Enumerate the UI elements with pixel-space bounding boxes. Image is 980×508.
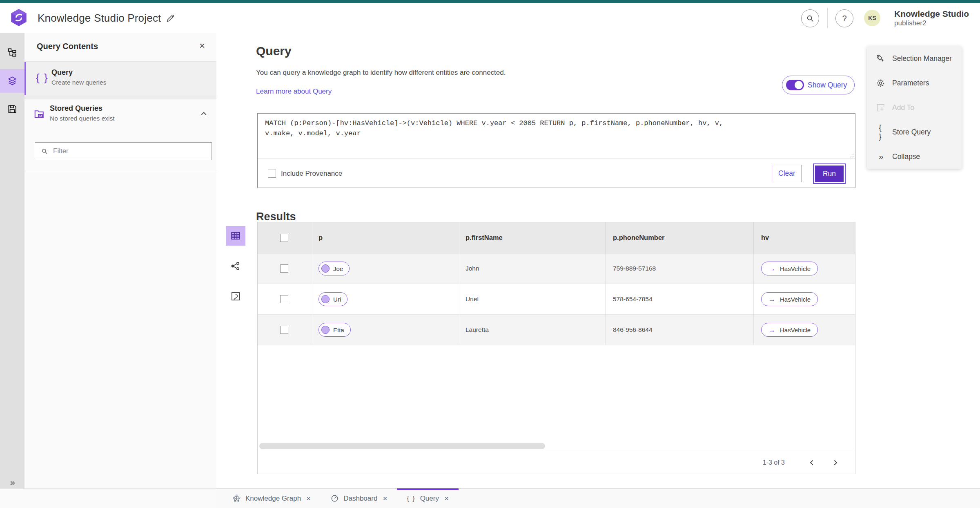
- edge-pill[interactable]: →HasVehicle: [761, 323, 818, 337]
- cell-phonenumber: 846-956-8644: [605, 315, 753, 345]
- tab-knowledge-graph[interactable]: Knowledge Graph ×: [223, 489, 321, 508]
- close-tab-icon[interactable]: ×: [383, 494, 387, 503]
- query-textarea[interactable]: MATCH (p:Person)-[hv:HasVehicle]->(v:Veh…: [258, 114, 855, 159]
- clear-button[interactable]: Clear: [772, 165, 802, 182]
- tab-label: Dashboard: [343, 495, 377, 503]
- knowledge-graph-icon: [232, 494, 241, 503]
- left-icon-rail: [0, 33, 24, 508]
- rail-item-data-model[interactable]: [0, 41, 24, 65]
- map-view-button[interactable]: [226, 286, 245, 306]
- query-editor-container: MATCH (p:Person)-[hv:HasVehicle]->(v:Veh…: [257, 113, 855, 188]
- parameters-button[interactable]: Parameters: [867, 71, 962, 95]
- knowledge-studio-app: Knowledge Studio Project ? KS Knowledge …: [0, 0, 980, 508]
- panel-header: Query Contents ×: [24, 33, 216, 61]
- column-header-hv[interactable]: hv: [753, 222, 855, 253]
- gear-icon: [876, 78, 885, 88]
- table-row: Joe John 759-889-57168 →HasVehicle: [258, 253, 855, 284]
- tab-dashboard[interactable]: Dashboard ×: [321, 489, 397, 508]
- run-button[interactable]: Run: [815, 166, 844, 182]
- stored-queries-section[interactable]: Stored Queries No stored queries exist: [24, 99, 216, 139]
- chevron-left-icon: [808, 459, 815, 466]
- cell-firstname: Lauretta: [458, 315, 605, 345]
- row-checkbox[interactable]: [280, 326, 288, 334]
- pagination-label: 1-3 of 3: [763, 459, 785, 466]
- store-query-label: Store Query: [892, 128, 931, 137]
- selection-manager-button[interactable]: Selection Manager: [867, 46, 962, 71]
- search-button[interactable]: [801, 9, 819, 27]
- user-avatar[interactable]: KS: [864, 10, 880, 26]
- edge-label: HasVehicle: [780, 296, 811, 303]
- page-title: Query: [256, 44, 292, 58]
- filter-input[interactable]: [52, 147, 193, 156]
- query-description: You can query a knowledge graph to ident…: [256, 69, 506, 77]
- close-tab-icon[interactable]: ×: [444, 494, 449, 503]
- add-to-button[interactable]: Add To: [867, 95, 962, 120]
- tab-query[interactable]: { } Query ×: [397, 489, 459, 508]
- close-tab-icon[interactable]: ×: [306, 494, 311, 503]
- edge-arrow-icon: →: [768, 296, 775, 303]
- node-pill[interactable]: Uri: [318, 292, 347, 306]
- edge-arrow-icon: →: [768, 327, 775, 333]
- scrollbar-thumb[interactable]: [259, 443, 545, 449]
- learn-more-link[interactable]: Learn more about Query: [256, 87, 332, 96]
- row-checkbox[interactable]: [280, 295, 288, 303]
- add-to-icon: [876, 103, 885, 112]
- avatar-initials: KS: [868, 15, 876, 21]
- table-icon: [230, 231, 241, 241]
- chevron-up-icon[interactable]: [200, 110, 207, 117]
- sidebar-item-query[interactable]: { } Query Create new queries: [24, 62, 216, 95]
- node-pill[interactable]: Joe: [318, 262, 350, 275]
- edit-title-icon[interactable]: [165, 13, 175, 23]
- row-checkbox[interactable]: [280, 264, 288, 273]
- table-view-button[interactable]: [226, 226, 245, 246]
- column-header-phonenumber[interactable]: p.phoneNumber: [605, 222, 753, 253]
- app-header: Knowledge Studio Project ? KS Knowledge …: [0, 3, 980, 33]
- rail-item-layers[interactable]: [0, 69, 24, 93]
- query-contents-panel: Query Contents × { } Query Create new qu…: [24, 33, 217, 508]
- selection-manager-label: Selection Manager: [892, 54, 952, 63]
- query-editor-footer: Include Provenance Clear Run: [258, 159, 855, 188]
- map-icon: [230, 291, 241, 302]
- chevron-right-icon: [832, 459, 839, 466]
- hierarchy-icon: [7, 47, 18, 58]
- store-query-button[interactable]: { } Store Query: [867, 120, 962, 144]
- edge-pill[interactable]: →HasVehicle: [761, 292, 818, 306]
- next-page-button[interactable]: [827, 454, 844, 471]
- show-query-toggle[interactable]: Show Query: [782, 76, 855, 94]
- tab-label: Knowledge Graph: [245, 495, 301, 503]
- include-provenance-label: Include Provenance: [281, 170, 342, 178]
- table-row: Etta Lauretta 846-956-8644 →HasVehicle: [258, 315, 855, 345]
- filter-search-icon: [41, 148, 48, 155]
- column-header-p[interactable]: p: [311, 222, 458, 253]
- previous-page-button[interactable]: [804, 454, 820, 471]
- graph-view-button[interactable]: [226, 256, 245, 276]
- results-title: Results: [256, 210, 296, 223]
- query-item-subtitle: Create new queries: [51, 79, 106, 86]
- search-icon: [806, 14, 815, 23]
- column-header-firstname[interactable]: p.firstName: [458, 222, 605, 253]
- node-pill[interactable]: Etta: [318, 323, 351, 337]
- app-logo-icon[interactable]: [10, 9, 28, 27]
- dashboard-icon: [330, 494, 339, 503]
- cell-firstname: Uriel: [458, 284, 605, 314]
- resize-handle[interactable]: [849, 153, 854, 158]
- section-gap: [24, 95, 216, 99]
- show-query-label: Show Query: [808, 81, 847, 90]
- help-button[interactable]: ?: [835, 9, 853, 27]
- bottom-tab-bar: Knowledge Graph × Dashboard × { } Query …: [216, 488, 980, 508]
- node-label: Joe: [333, 265, 343, 272]
- product-name: Knowledge Studio: [894, 9, 969, 19]
- braces-icon: { }: [407, 495, 415, 502]
- layers-icon: [7, 76, 18, 86]
- rail-item-saved[interactable]: [0, 97, 24, 121]
- close-panel-icon[interactable]: ×: [199, 40, 205, 51]
- collapse-button[interactable]: » Collapse: [867, 144, 962, 169]
- include-provenance-checkbox[interactable]: [268, 170, 276, 178]
- panel-title: Query Contents: [37, 42, 98, 51]
- select-all-checkbox[interactable]: [280, 234, 288, 242]
- top-accent-bar: [0, 0, 980, 3]
- edge-label: HasVehicle: [780, 327, 811, 333]
- edge-label: HasVehicle: [780, 265, 811, 272]
- tab-label: Query: [420, 495, 439, 503]
- edge-pill[interactable]: →HasVehicle: [761, 262, 818, 275]
